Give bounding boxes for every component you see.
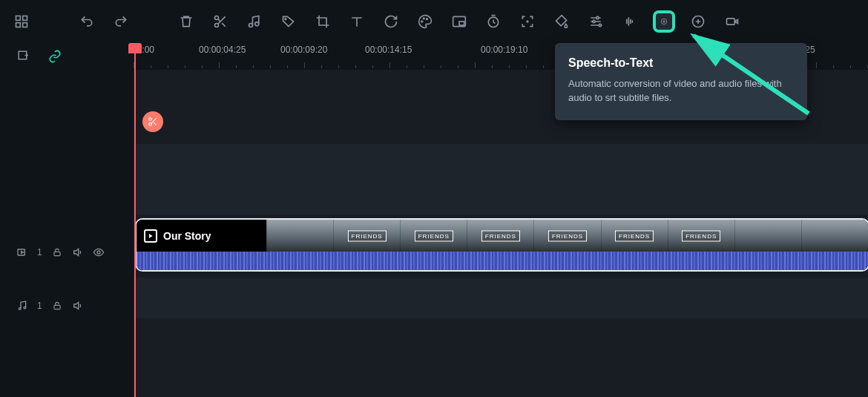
ruler-label: 00:00:04:25 (199, 45, 246, 55)
audio-stretch-icon[interactable] (690, 13, 706, 30)
svg-point-22 (149, 118, 152, 121)
grid-icon[interactable] (13, 13, 30, 30)
toolbar (0, 0, 868, 43)
svg-point-10 (424, 18, 425, 19)
music-icon[interactable] (16, 300, 28, 312)
picture-in-picture-icon[interactable] (451, 13, 467, 30)
svg-rect-29 (54, 305, 60, 309)
svg-point-27 (19, 308, 21, 310)
svg-point-7 (255, 22, 259, 26)
svg-rect-2 (16, 23, 21, 27)
audio-beat-icon[interactable] (622, 13, 638, 30)
palette-icon[interactable] (417, 13, 433, 30)
add-media-icon[interactable] (16, 49, 31, 64)
track-row[interactable] (134, 144, 868, 214)
svg-rect-0 (16, 16, 21, 21)
svg-point-15 (596, 16, 599, 19)
svg-rect-25 (54, 252, 60, 255)
timeline-marker[interactable] (142, 111, 163, 132)
clip-thumbnail: FRIENDS (601, 220, 668, 252)
svg-rect-1 (23, 16, 27, 21)
clip-thumbnail (266, 220, 333, 252)
svg-point-28 (24, 306, 26, 309)
redo-icon[interactable] (113, 13, 129, 30)
eye-icon[interactable] (93, 246, 105, 258)
clip-thumbnails: FRIENDSFRIENDSFRIENDSFRIENDSFRIENDSFRIEN… (266, 220, 868, 252)
tooltip-title: Speech-to-Text (568, 56, 794, 70)
rotate-icon[interactable] (383, 13, 399, 30)
svg-point-6 (249, 24, 253, 27)
lock-icon[interactable] (51, 300, 63, 312)
clip-title: Our Story (163, 230, 211, 242)
svg-point-11 (427, 19, 428, 20)
paint-bucket-icon[interactable] (553, 13, 570, 30)
svg-point-5 (215, 24, 219, 27)
speaker-icon[interactable] (72, 300, 84, 312)
ruler-label: 00:00:14:15 (365, 45, 412, 55)
video-track-icon[interactable] (16, 246, 28, 258)
speaker-icon[interactable] (72, 246, 84, 258)
clip-thumbnail: FRIENDS (467, 220, 533, 252)
svg-point-17 (599, 24, 601, 26)
trash-icon[interactable] (178, 13, 194, 30)
ruler-label: 00:00:09:20 (280, 45, 327, 55)
music-cut-icon[interactable] (246, 13, 263, 30)
clip-waveform (137, 252, 868, 270)
svg-point-26 (97, 251, 100, 254)
play-icon (144, 229, 157, 243)
tooltip-speech-to-text: Speech-to-Text Automatic conversion of v… (555, 43, 807, 120)
thumbnail-overlay-text: FRIENDS (415, 230, 453, 241)
video-clip[interactable]: Our Story FRIENDSFRIENDSFRIENDSFRIENDSFR… (135, 218, 868, 272)
svg-point-8 (285, 19, 286, 20)
thumbnail-overlay-text: FRIENDS (481, 230, 520, 241)
text-icon[interactable] (349, 13, 365, 30)
timer-icon[interactable] (485, 13, 502, 30)
thumbnail-overlay-text: FRIENDS (548, 230, 587, 241)
tag-icon[interactable] (280, 13, 297, 30)
clip-thumbnail: FRIENDS (668, 220, 734, 252)
frame-icon[interactable] (519, 13, 536, 30)
ruler-label: 00:00:19:10 (481, 45, 527, 55)
thumbnail-overlay-text: FRIENDS (682, 230, 720, 241)
clip-label: Our Story (137, 220, 266, 252)
crop-icon[interactable] (315, 13, 331, 30)
svg-rect-20 (727, 19, 735, 24)
video-track-index: 1 (37, 247, 42, 257)
audio-track-header: 1 (0, 291, 134, 321)
svg-rect-13 (459, 22, 464, 25)
playhead[interactable] (134, 43, 136, 397)
lock-icon[interactable] (51, 246, 63, 258)
svg-rect-3 (23, 23, 27, 27)
adjustments-icon[interactable] (588, 13, 604, 30)
svg-point-4 (215, 16, 219, 20)
record-icon[interactable] (724, 13, 740, 30)
track-row[interactable] (134, 278, 868, 318)
track-row (134, 318, 868, 397)
clip-thumbnail: FRIENDS (533, 220, 600, 252)
audio-track-index: 1 (37, 301, 42, 311)
tooltip-body: Automatic conversion of video and audio … (568, 77, 794, 105)
thumbnail-overlay-text: FRIENDS (348, 230, 387, 241)
svg-point-16 (593, 20, 595, 22)
clip-thumbnail: FRIENDS (400, 220, 467, 252)
clip-thumbnail (801, 220, 868, 252)
video-track-header: 1 (0, 237, 134, 267)
svg-point-9 (421, 21, 423, 22)
link-icon[interactable] (47, 49, 62, 64)
scissors-icon[interactable] (212, 13, 228, 30)
clip-thumbnail: FRIENDS (333, 220, 400, 252)
undo-icon[interactable] (79, 13, 95, 30)
clip-thumbnail (734, 220, 801, 252)
thumbnail-overlay-text: FRIENDS (615, 230, 654, 241)
speech-to-text-icon[interactable] (656, 13, 672, 30)
